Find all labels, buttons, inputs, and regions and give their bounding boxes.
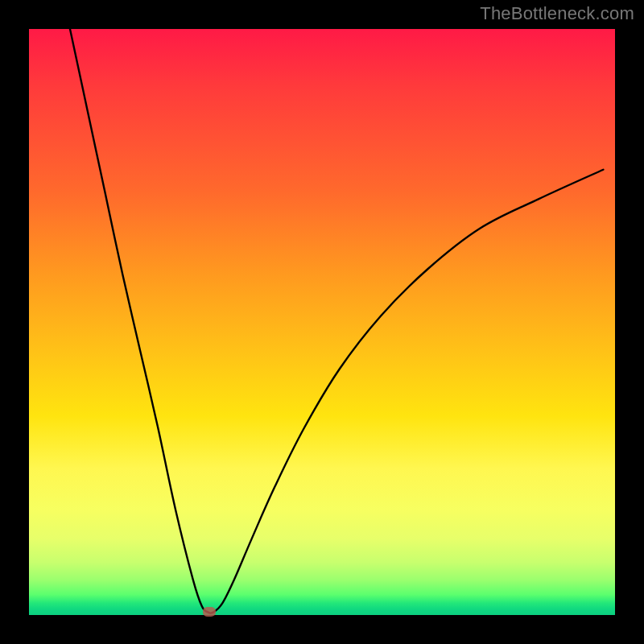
bottleneck-curve	[29, 29, 615, 615]
chart-frame: TheBottleneck.com	[0, 0, 644, 644]
plot-area	[29, 29, 615, 615]
watermark-text: TheBottleneck.com	[480, 3, 634, 24]
optimal-point-marker	[203, 607, 216, 617]
